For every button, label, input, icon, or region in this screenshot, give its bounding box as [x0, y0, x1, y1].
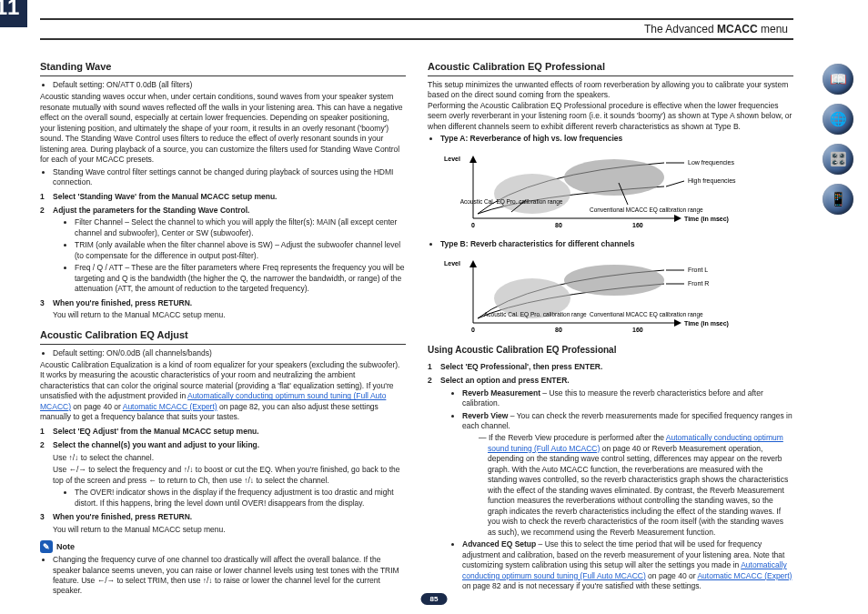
page-number: 85 [421, 594, 448, 605]
page-header: The Advanced MCACC menu [40, 18, 793, 40]
eqa-step-2: Select the channel(s) you want and adjus… [40, 440, 406, 508]
svg-marker-1 [469, 156, 477, 163]
heading-eq-pro: Acoustic Calibration EQ Professional [428, 60, 793, 76]
manual-page: 11 The Advanced MCACC menu 📖 🌐 🎛️ 📱 Stan… [0, 0, 868, 614]
svg-text:0: 0 [471, 222, 475, 228]
svg-text:Time (in msec): Time (in msec) [684, 216, 729, 223]
svg-text:Conventional MCACC EQ calibrat: Conventional MCACC EQ calibration range [590, 206, 703, 214]
opt-reverb-view: Reverb View – You can check the reverb m… [462, 411, 793, 539]
globe-icon[interactable]: 🌐 [823, 104, 853, 135]
note-icon: ✎ [40, 540, 53, 553]
sw-step-3: When you're finished, press RETURN. You … [40, 298, 406, 321]
opt-advanced-eq-setup: Advanced EQ Setup – Use this to select t… [462, 539, 793, 591]
svg-marker-20 [469, 260, 477, 267]
eqa-step-3: When you're finished, press RETURN. You … [40, 512, 406, 535]
sw-sub-freq: Freq / Q / ATT – These are the filter pa… [75, 263, 406, 294]
svg-text:Level: Level [444, 260, 460, 267]
ueqp-step-2: Select an option and press ENTER. Reverb… [428, 376, 793, 591]
column-left: Standing Wave Default setting: ON/ATT 0.… [40, 53, 406, 599]
svg-point-4 [494, 174, 570, 214]
sw-sub-trim: TRIM (only available when the filter cha… [75, 240, 406, 261]
heading-standing-wave: Standing Wave [40, 60, 406, 76]
ueqp-step-1: Select 'EQ Professional', then press ENT… [428, 362, 793, 372]
remote-icon[interactable]: 📱 [823, 184, 853, 215]
note-block: ✎Note Changing the frequency curve of on… [40, 540, 406, 597]
svg-text:Low frequencies: Low frequencies [688, 159, 734, 166]
sw-step-2: Adjust the parameters for the Standing W… [40, 206, 406, 295]
svg-text:Front L: Front L [688, 267, 708, 273]
side-nav-icons: 📖 🌐 🎛️ 📱 [823, 64, 853, 215]
heading-eq-adjust: Acoustic Calibration EQ Adjust [40, 328, 406, 345]
note-label: Note [56, 541, 75, 552]
figure-type-b: Level 0 80 160 Time (in msec) Front L Fr… [428, 255, 793, 337]
svg-text:Front R: Front R [688, 280, 709, 287]
chapter-number-box: 11 [0, 0, 27, 27]
svg-line-13 [666, 181, 684, 186]
sw-step-1: Select 'Standing Wave' from the Manual M… [40, 192, 406, 202]
svg-text:80: 80 [555, 222, 562, 228]
eqa-step-1: Select 'EQ Adjust' from the Manual MCACC… [40, 427, 406, 437]
figure-type-a: Level 0 80 160 Time (in msec) Low freque… [428, 150, 793, 232]
svg-text:0: 0 [471, 327, 475, 333]
note-text: Changing the frequency curve of one chan… [53, 555, 406, 597]
svg-text:160: 160 [632, 327, 643, 333]
book-icon[interactable]: 📖 [823, 64, 853, 95]
heading-using-eq-pro: Using Acoustic Calibration EQ Profession… [428, 344, 793, 358]
type-a-label: Type A: Reverberance of high vs. low fre… [440, 134, 793, 144]
link-auto-mcacc-expert-2[interactable]: Automatic MCACC (Expert) [697, 571, 792, 580]
svg-text:Acoustic Cal. EQ Pro. calibrat: Acoustic Cal. EQ Pro. calibration range [460, 198, 563, 206]
eqa-intro: Acoustic Calibration Equalization is a k… [40, 360, 406, 423]
eqa-over-note: The OVER! indicator shows in the display… [75, 488, 406, 508]
sw-sub-filter: Filter Channel – Select the channel to w… [75, 217, 406, 238]
default-setting-sw: Default setting: ON/ATT 0.0dB (all filte… [53, 80, 406, 90]
opt-reverb-measurement: Reverb Measurement – Use this to measure… [462, 388, 793, 409]
svg-text:Conventional MCACC EQ calibrat: Conventional MCACC EQ calibration range [590, 311, 703, 318]
eqpro-intro: This setup minimizes the unwanted effect… [428, 80, 793, 101]
sw-hdmi-note: Standing Wave control filter settings ca… [53, 167, 406, 188]
page-title: The Advanced MCACC menu [644, 22, 793, 36]
svg-point-24 [564, 265, 664, 296]
svg-text:80: 80 [555, 327, 562, 333]
svg-text:Time (in msec): Time (in msec) [684, 320, 729, 327]
svg-text:160: 160 [632, 222, 643, 228]
type-b-label: Type B: Reverb characteristics for diffe… [440, 239, 793, 249]
svg-marker-22 [674, 319, 681, 327]
eqpro-intro2: Performing the Acoustic Calibration EQ P… [428, 101, 793, 132]
settings-icon[interactable]: 🎛️ [823, 144, 853, 175]
svg-text:High frequencies: High frequencies [688, 177, 736, 185]
svg-text:Level: Level [444, 156, 460, 162]
svg-text:Acoustic Cal. EQ Pro. calibrat: Acoustic Cal. EQ Pro. calibration range [484, 311, 587, 318]
svg-marker-3 [674, 215, 681, 222]
sw-intro: Acoustic standing waves occur when, unde… [40, 92, 406, 165]
default-setting-eqa: Default setting: ON/0.0dB (all channels/… [53, 348, 406, 358]
column-right: Acoustic Calibration EQ Professional Thi… [428, 53, 793, 599]
svg-point-5 [564, 159, 664, 196]
link-auto-mcacc-expert-1[interactable]: Automatic MCACC (Expert) [123, 402, 217, 411]
reverb-view-detail: If the Reverb View procedure is performe… [479, 433, 793, 538]
